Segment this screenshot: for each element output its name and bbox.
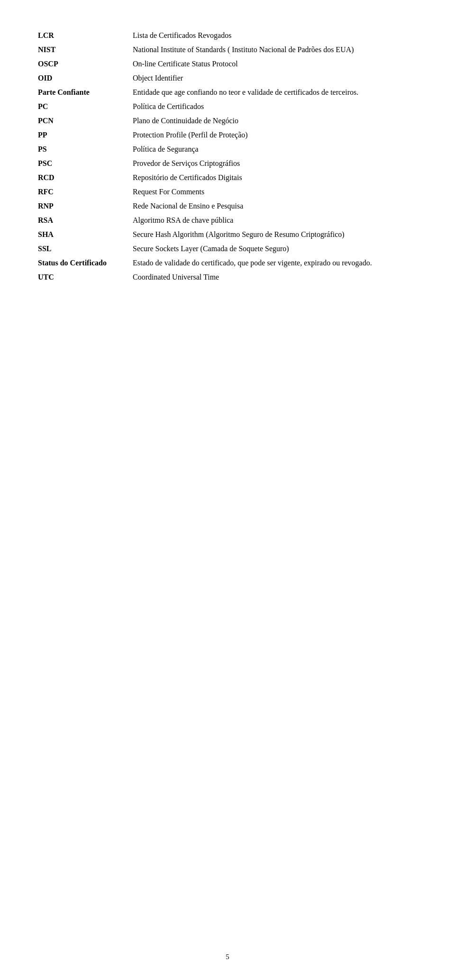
glossary-definition: Object Identifier bbox=[133, 71, 417, 85]
glossary-term: NIST bbox=[38, 43, 133, 57]
page-number: 5 bbox=[226, 953, 229, 961]
glossary-term: RFC bbox=[38, 185, 133, 199]
glossary-row: PSCProvedor de Serviços Criptográfios bbox=[38, 156, 417, 171]
glossary-definition: Rede Nacional de Ensino e Pesquisa bbox=[133, 199, 417, 213]
glossary-term: Parte Confiante bbox=[38, 85, 133, 100]
glossary-definition: Algoritmo RSA de chave pública bbox=[133, 213, 417, 227]
glossary-term: RNP bbox=[38, 199, 133, 213]
glossary-definition: Coordinated Universal Time bbox=[133, 270, 417, 284]
glossary-row: RCDRepositório de Certificados Digitais bbox=[38, 171, 417, 185]
glossary-definition: Protection Profile (Perfil de Proteção) bbox=[133, 128, 417, 142]
glossary-row: PCPolítica de Certificados bbox=[38, 100, 417, 114]
glossary-term: UTC bbox=[38, 270, 133, 284]
glossary-row: SHASecure Hash Algorithm (Algoritmo Segu… bbox=[38, 227, 417, 242]
glossary-row: OSCPOn-line Certificate Status Protocol bbox=[38, 57, 417, 71]
glossary-row: NISTNational Institute of Standards ( In… bbox=[38, 43, 417, 57]
glossary-row: PSPolítica de Segurança bbox=[38, 142, 417, 156]
glossary-definition: Secure Sockets Layer (Camada de Soquete … bbox=[133, 242, 417, 256]
glossary-term: PSC bbox=[38, 156, 133, 171]
glossary-row: OIDObject Identifier bbox=[38, 71, 417, 85]
glossary-term: LCR bbox=[38, 28, 133, 43]
glossary-term: RCD bbox=[38, 171, 133, 185]
glossary-row: PPProtection Profile (Perfil de Proteção… bbox=[38, 128, 417, 142]
page-content: LCRLista de Certificados RevogadosNISTNa… bbox=[0, 0, 455, 341]
glossary-definition: On-line Certificate Status Protocol bbox=[133, 57, 417, 71]
glossary-row: UTCCoordinated Universal Time bbox=[38, 270, 417, 284]
glossary-definition: Política de Certificados bbox=[133, 100, 417, 114]
glossary-term: RSA bbox=[38, 213, 133, 227]
glossary-row: RNPRede Nacional de Ensino e Pesquisa bbox=[38, 199, 417, 213]
glossary-term: PCN bbox=[38, 114, 133, 128]
glossary-row: RFCRequest For Comments bbox=[38, 185, 417, 199]
glossary-term: SHA bbox=[38, 227, 133, 242]
glossary-term: OSCP bbox=[38, 57, 133, 71]
glossary-row: LCRLista de Certificados Revogados bbox=[38, 28, 417, 43]
glossary-definition: Entidade que age confiando no teor e val… bbox=[133, 85, 417, 100]
glossary-term: SSL bbox=[38, 242, 133, 256]
glossary-row: Parte ConfianteEntidade que age confiand… bbox=[38, 85, 417, 100]
glossary-definition: Provedor de Serviços Criptográfios bbox=[133, 156, 417, 171]
glossary-table: LCRLista de Certificados RevogadosNISTNa… bbox=[38, 28, 417, 284]
glossary-definition: Plano de Continuidade de Negócio bbox=[133, 114, 417, 128]
glossary-definition: Repositório de Certificados Digitais bbox=[133, 171, 417, 185]
glossary-term: OID bbox=[38, 71, 133, 85]
glossary-definition: Estado de validade do certificado, que p… bbox=[133, 256, 417, 270]
glossary-row: PCNPlano de Continuidade de Negócio bbox=[38, 114, 417, 128]
glossary-term: PP bbox=[38, 128, 133, 142]
glossary-term: PC bbox=[38, 100, 133, 114]
glossary-term: Status do Certificado bbox=[38, 256, 133, 270]
glossary-row: SSLSecure Sockets Layer (Camada de Soque… bbox=[38, 242, 417, 256]
glossary-definition: Secure Hash Algorithm (Algoritmo Seguro … bbox=[133, 227, 417, 242]
glossary-row: Status do CertificadoEstado de validade … bbox=[38, 256, 417, 270]
glossary-definition: Request For Comments bbox=[133, 185, 417, 199]
glossary-term: PS bbox=[38, 142, 133, 156]
glossary-definition: Política de Segurança bbox=[133, 142, 417, 156]
glossary-definition: National Institute of Standards ( Instit… bbox=[133, 43, 417, 57]
glossary-definition: Lista de Certificados Revogados bbox=[133, 28, 417, 43]
glossary-row: RSAAlgoritmo RSA de chave pública bbox=[38, 213, 417, 227]
